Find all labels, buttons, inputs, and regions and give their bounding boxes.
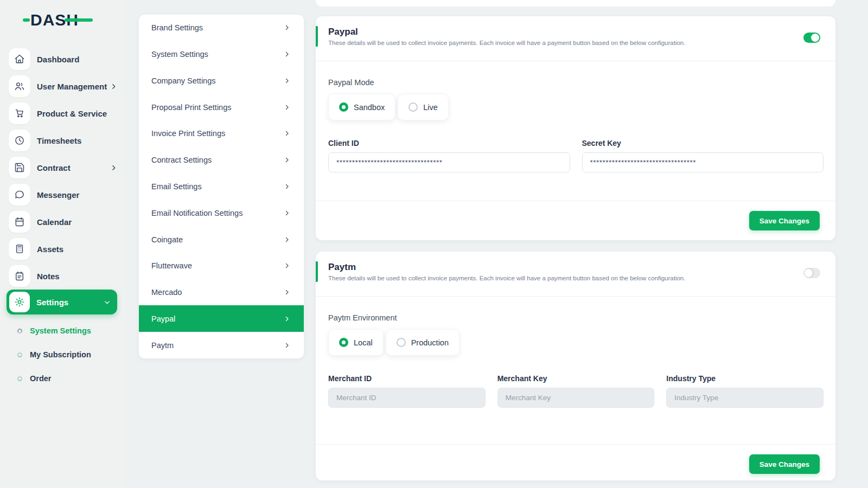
sidebar-item-label: Calendar (37, 217, 117, 227)
menu-item-company-settings[interactable]: Company Settings (139, 68, 304, 94)
menu-item-label: Company Settings (151, 76, 215, 85)
notes-icon (9, 265, 30, 287)
menu-item-label: Paytm (151, 341, 174, 350)
radio-option-local[interactable]: Local (328, 329, 384, 356)
home-icon (9, 48, 30, 70)
menu-item-system-settings[interactable]: System Settings (139, 41, 304, 68)
radio-option-production[interactable]: Production (386, 329, 459, 356)
menu-item-label: Paypal (151, 314, 175, 323)
secret-key-label: Secret Key (582, 139, 824, 147)
bullet-icon (17, 329, 22, 333)
merchant-id-input[interactable] (328, 388, 486, 408)
radio-selected-icon (339, 102, 348, 112)
menu-item-coingate[interactable]: Coingate (139, 226, 304, 253)
paytm-enable-toggle[interactable] (803, 268, 820, 278)
menu-item-label: Email Notification Settings (151, 209, 242, 217)
contract-icon (9, 157, 30, 178)
secret-key-field-group: Secret Key (582, 139, 824, 172)
sidebar-item-label: Contract (37, 163, 110, 172)
merchant-key-input[interactable] (497, 388, 655, 408)
merchant-id-field-group: Merchant ID (328, 374, 486, 408)
sidebar-subitem-my-subscription[interactable]: My Subscription (0, 343, 125, 367)
chevron-right-icon (110, 164, 117, 171)
paytm-environment-label: Paytm Environment (328, 313, 824, 322)
logo-dash-right (65, 18, 93, 22)
industry-type-field-group: Industry Type (666, 374, 824, 408)
sub-item-label: System Settings (30, 326, 91, 335)
sidebar-item-product-service[interactable]: Product & Service (0, 100, 125, 127)
menu-item-email-settings[interactable]: Email Settings (139, 174, 304, 200)
industry-type-label: Industry Type (666, 374, 824, 383)
radio-option-sandbox[interactable]: Sandbox (328, 94, 395, 120)
paypal-section-body: Paypal Mode Sandbox Live Client ID Secre… (316, 61, 835, 172)
chevron-right-icon (284, 157, 290, 163)
paypal-section-header: Paypal These details will be used to col… (316, 16, 835, 61)
sidebar-nav: Dashboard User Management Product & Serv… (0, 46, 125, 390)
paytm-section-description: These details will be used to collect in… (328, 275, 835, 281)
paytm-save-button[interactable]: Save Changes (749, 454, 820, 474)
merchant-id-label: Merchant ID (328, 374, 486, 383)
sidebar-item-assets[interactable]: Assets (0, 235, 125, 262)
sidebar-item-label: Timesheets (37, 136, 117, 145)
chevron-right-icon (284, 342, 290, 349)
radio-option-live[interactable]: Live (398, 94, 449, 120)
sidebar-item-calendar[interactable]: Calendar (0, 208, 125, 235)
sidebar-item-timesheets[interactable]: Timesheets (0, 127, 125, 154)
menu-item-label: Brand Settings (151, 23, 203, 32)
sub-item-label: My Subscription (30, 350, 91, 359)
calendar-icon (9, 211, 30, 233)
chevron-right-icon (110, 83, 117, 90)
sidebar-subitem-system-settings[interactable]: System Settings (0, 319, 125, 343)
sidebar-item-settings[interactable]: Settings (7, 290, 117, 314)
paypal-mode-label: Paypal Mode (328, 78, 824, 87)
menu-item-email-notification-settings[interactable]: Email Notification Settings (139, 200, 304, 226)
paypal-settings-card: Paypal These details will be used to col… (316, 16, 835, 240)
industry-type-input[interactable] (666, 388, 824, 408)
cart-icon (9, 102, 30, 124)
menu-item-invoice-print-settings[interactable]: Invoice Print Settings (139, 120, 304, 147)
sidebar-subitem-order[interactable]: Order (0, 367, 125, 390)
chevron-right-icon (284, 130, 290, 137)
menu-item-mercado[interactable]: Mercado (139, 279, 304, 306)
sidebar-item-label: Dashboard (37, 55, 117, 64)
paytm-environment-options: Local Production (328, 329, 824, 356)
sidebar-item-dashboard[interactable]: Dashboard (0, 46, 125, 73)
chevron-right-icon (284, 24, 290, 31)
users-icon (9, 75, 30, 97)
menu-item-label: Coingate (151, 235, 183, 244)
chevron-right-icon (284, 51, 290, 57)
menu-item-brand-settings[interactable]: Brand Settings (139, 15, 304, 41)
radio-unselected-icon (409, 102, 418, 112)
sub-item-label: Order (30, 374, 52, 383)
sidebar-item-contract[interactable]: Contract (0, 154, 125, 181)
chevron-right-icon (284, 104, 290, 111)
paypal-enable-toggle[interactable] (803, 33, 820, 43)
menu-item-paytm[interactable]: Paytm (139, 332, 304, 358)
menu-item-label: Invoice Print Settings (151, 129, 225, 138)
paytm-section-header: Paytm These details will be used to coll… (316, 252, 835, 297)
chevron-right-icon (284, 262, 290, 269)
client-id-input[interactable] (328, 152, 570, 172)
menu-item-proposal-print-settings[interactable]: Proposal Print Settings (139, 94, 304, 120)
menu-item-flutterwave[interactable]: Flutterwave (139, 253, 304, 279)
settings-sub-nav: System Settings My Subscription Order (0, 319, 125, 390)
menu-item-paypal[interactable]: Paypal (139, 305, 304, 332)
sidebar-item-user-management[interactable]: User Management (0, 73, 125, 100)
secret-key-input[interactable] (582, 152, 824, 172)
radio-option-label: Live (423, 103, 438, 112)
app-logo[interactable]: DASH (30, 10, 79, 30)
sidebar-item-notes[interactable]: Notes (0, 262, 125, 290)
calculator-icon (9, 238, 30, 260)
chat-icon (9, 184, 30, 206)
toggle-knob (805, 269, 813, 277)
radio-selected-icon (339, 338, 348, 347)
sidebar-item-messenger[interactable]: Messenger (0, 181, 125, 208)
logo-dash-left (23, 18, 30, 22)
paypal-section-title: Paypal (328, 27, 835, 37)
sidebar-item-label: Notes (37, 272, 117, 281)
gear-icon (9, 292, 30, 312)
paypal-save-button[interactable]: Save Changes (749, 211, 820, 230)
menu-item-contract-settings[interactable]: Contract Settings (139, 147, 304, 174)
bullet-icon (17, 376, 22, 381)
menu-item-label: Flutterwave (151, 261, 192, 270)
